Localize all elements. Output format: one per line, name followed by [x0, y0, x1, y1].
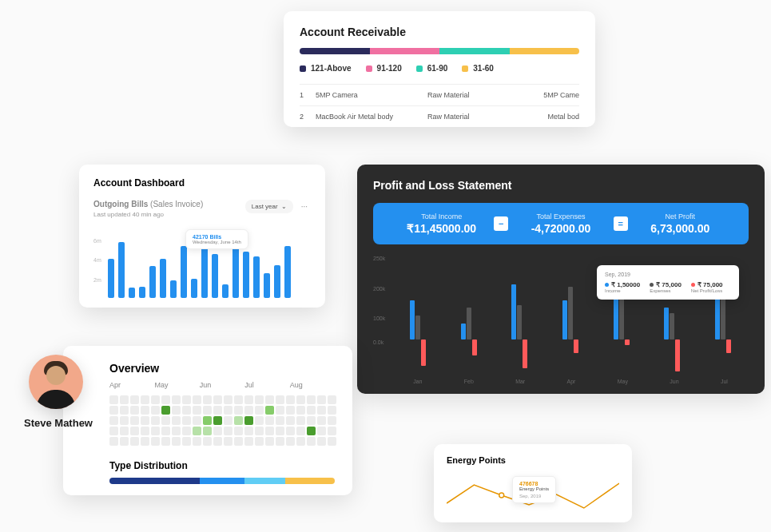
bar-segment: [109, 478, 200, 484]
bar: [181, 246, 187, 298]
y-tick: 0.0k: [373, 339, 384, 345]
card-title: Overview: [109, 362, 335, 375]
table-row[interactable]: 2 MacBook Air Metal body Raw Material Me…: [300, 105, 579, 127]
bar: [284, 246, 291, 298]
table-row[interactable]: 1 5MP Camera Raw Material 5MP Came: [300, 84, 579, 105]
card-title: Account Dashboard: [93, 177, 311, 189]
equals-icon: =: [614, 216, 628, 231]
bar: [191, 279, 197, 298]
swatch-icon: [416, 66, 423, 72]
bar: [253, 256, 260, 298]
x-axis: JanFebMarAprMayJunJul: [373, 379, 749, 384]
bar-segment: [200, 478, 244, 484]
chart-tooltip: Sep, 2019 ₹ 1,50000Income ₹ 75,000Expens…: [597, 265, 739, 300]
bar: [243, 252, 249, 298]
avatar-image: [29, 355, 83, 409]
bar: [139, 287, 145, 298]
minus-icon: −: [494, 216, 508, 231]
legend-item: 91-120: [366, 64, 402, 73]
aging-bar: [300, 48, 579, 54]
bar: [170, 280, 177, 299]
bar: [264, 273, 270, 298]
section-title: Type Distribution: [109, 460, 335, 471]
bills-bar-chart[interactable]: 6m 4m 2m 42170 Bills Wednesday, June 14t…: [93, 226, 311, 298]
user-name: Steve Mathew: [24, 417, 93, 429]
activity-heatmap[interactable]: [109, 395, 335, 446]
chevron-down-icon: ⌄: [281, 203, 287, 210]
data-point: [499, 493, 504, 498]
legend-item: 31-60: [462, 64, 494, 73]
bar: [160, 259, 166, 298]
profit-loss-chart[interactable]: 250k 200k 100k 0.0k Sep, 2019 ₹ 1,50000I…: [373, 256, 749, 375]
chart-tooltip: 42170 Bills Wednesday, June 14th: [185, 229, 248, 249]
bar-segment: [370, 48, 440, 54]
card-title: Energy Points: [447, 455, 619, 465]
bar: [222, 284, 229, 298]
swatch-icon: [300, 66, 306, 72]
user-profile[interactable]: Steve Mathew: [29, 355, 93, 429]
swatch-icon: [366, 66, 372, 72]
more-button[interactable]: ···: [298, 200, 311, 212]
overview-card: Overview Apr May Jun Jul Aug Type Distri…: [63, 346, 352, 495]
chart-tooltip: 476678 Energy Points Sep, 2019: [512, 476, 556, 503]
profit-loss-card: Profit and Loss Statement Total Income ₹…: [357, 165, 765, 394]
y-tick: 100k: [373, 316, 385, 321]
item-table: 1 5MP Camera Raw Material 5MP Came 2 Mac…: [300, 84, 579, 127]
account-receivable-card: Account Receivable 121-Above 91-120 61-9…: [284, 11, 595, 127]
net-profit: Net Profit 6,73,000.00: [628, 212, 733, 235]
y-tick: 2m: [93, 276, 101, 282]
swatch-icon: [462, 66, 468, 72]
dot-icon: [650, 283, 654, 287]
tooltip-item: ₹ 1,50000Income: [605, 281, 640, 293]
card-title: Profit and Loss Statement: [373, 179, 749, 192]
y-tick: 250k: [373, 256, 385, 261]
total-expenses: Total Expenses -4,72000.00: [508, 212, 613, 235]
summary-bar: Total Income ₹11,45000.00 − Total Expens…: [373, 203, 749, 244]
bar-segment: [510, 48, 580, 54]
bar-segment: [300, 48, 370, 54]
bar: [108, 259, 114, 299]
bar-segment: [285, 478, 335, 484]
y-tick: 6m: [93, 238, 101, 244]
timerange-select[interactable]: Last year⌄: [245, 200, 293, 213]
account-dashboard-card: Account Dashboard Outgoing Bills (Sales …: [79, 165, 325, 308]
month-labels: Apr May Jun Jul Aug: [109, 381, 335, 389]
legend-item: 121-Above: [300, 64, 352, 73]
chart-subtitle: Outgoing Bills (Sales Invoice): [93, 200, 203, 208]
bar: [274, 265, 280, 298]
dot-icon: [691, 283, 695, 287]
card-title: Account Receivable: [300, 26, 579, 38]
bar-segment: [244, 478, 285, 484]
legend: 121-Above 91-120 61-90 31-60: [300, 64, 579, 73]
bar-segment: [439, 48, 510, 54]
total-income: Total Income ₹11,45000.00: [389, 212, 494, 235]
tooltip-item: ₹ 75,000Expenses: [650, 281, 682, 293]
bar: [212, 254, 218, 298]
distribution-bar: [109, 478, 335, 484]
bar: [118, 242, 125, 298]
bar: [129, 288, 135, 299]
y-tick: 200k: [373, 286, 385, 292]
energy-line-chart[interactable]: 476678 Energy Points Sep, 2019: [447, 473, 619, 516]
energy-points-card: Energy Points 476678 Energy Points Sep, …: [434, 444, 632, 522]
last-updated: Last updated 40 min ago: [93, 211, 203, 218]
y-tick: 4m: [93, 257, 101, 263]
bar: [149, 266, 156, 299]
tooltip-item: ₹ 75,000Net Profit/Loss: [691, 281, 723, 293]
dot-icon: [605, 283, 609, 287]
legend-item: 61-90: [416, 64, 448, 73]
